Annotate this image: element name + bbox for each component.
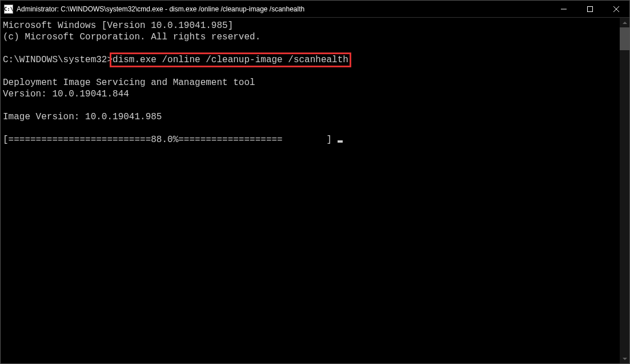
scroll-down-arrow-icon[interactable] <box>620 354 629 363</box>
highlighted-command: dism.exe /online /cleanup-image /scanhea… <box>110 52 351 67</box>
scrollbar-thumb[interactable] <box>620 27 629 50</box>
progress-bar-line: [==========================88.0%========… <box>3 135 338 145</box>
close-icon <box>613 6 619 12</box>
vertical-scrollbar[interactable] <box>620 18 629 363</box>
dism-version-line: Version: 10.0.19041.844 <box>3 89 129 99</box>
window-controls <box>551 1 629 17</box>
terminal-cursor <box>338 140 343 143</box>
minimize-button[interactable] <box>551 1 577 17</box>
minimize-icon <box>561 6 567 12</box>
svg-marker-4 <box>623 22 627 24</box>
copyright-line: (c) Microsoft Corporation. All rights re… <box>3 32 260 42</box>
terminal-area: Microsoft Windows [Version 10.0.19041.98… <box>1 18 629 363</box>
command-text: dism.exe /online /cleanup-image /scanhea… <box>113 55 348 65</box>
image-version-line: Image Version: 10.0.19041.985 <box>3 112 162 122</box>
prompt-prefix: C:\WINDOWS\system32> <box>3 55 113 65</box>
titlebar-left: C:\ Administrator: C:\WINDOWS\system32\c… <box>4 5 304 14</box>
close-button[interactable] <box>603 1 629 17</box>
scroll-up-arrow-icon[interactable] <box>620 18 629 27</box>
version-line: Microsoft Windows [Version 10.0.19041.98… <box>3 21 233 31</box>
cmd-icon: C:\ <box>4 5 13 14</box>
terminal-output[interactable]: Microsoft Windows [Version 10.0.19041.98… <box>1 18 620 363</box>
svg-rect-1 <box>588 6 593 11</box>
window-titlebar: C:\ Administrator: C:\WINDOWS\system32\c… <box>1 1 629 18</box>
dism-tool-line: Deployment Image Servicing and Managemen… <box>3 78 255 88</box>
window-title: Administrator: C:\WINDOWS\system32\cmd.e… <box>17 5 304 13</box>
svg-marker-5 <box>623 358 627 360</box>
maximize-button[interactable] <box>577 1 603 17</box>
maximize-icon <box>587 6 593 12</box>
